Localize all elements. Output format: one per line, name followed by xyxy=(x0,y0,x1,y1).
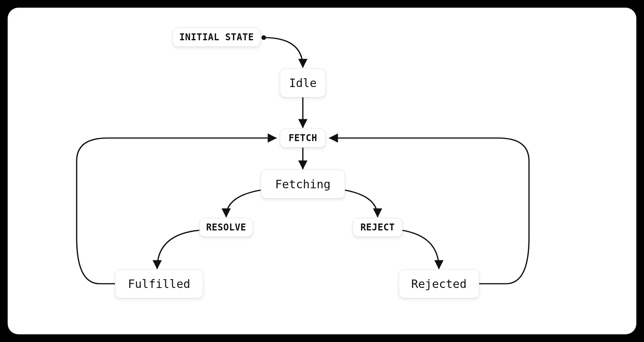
transition-reject-text: REJECT xyxy=(360,222,395,233)
state-fulfilled-text: Fulfilled xyxy=(128,277,191,291)
state-idle-text: Idle xyxy=(289,76,317,90)
transition-fetch-text: FETCH xyxy=(289,133,317,143)
diagram-canvas: INITIAL STATE Idle FETCH Fetching RESOLV… xyxy=(8,8,636,334)
transition-resolve-text: RESOLVE xyxy=(206,222,246,233)
initial-state-dot-icon xyxy=(261,35,266,40)
initial-state-label: INITIAL STATE xyxy=(172,28,261,47)
initial-state-text: INITIAL STATE xyxy=(179,32,254,43)
state-rejected: Rejected xyxy=(399,269,479,298)
state-idle: Idle xyxy=(280,68,326,97)
transition-fetch: FETCH xyxy=(280,128,326,148)
state-fulfilled: Fulfilled xyxy=(115,269,203,298)
transition-resolve: RESOLVE xyxy=(199,218,253,237)
transition-reject: REJECT xyxy=(353,218,402,237)
state-rejected-text: Rejected xyxy=(411,277,467,291)
state-fetching: Fetching xyxy=(261,169,345,199)
state-fetching-text: Fetching xyxy=(275,178,331,191)
